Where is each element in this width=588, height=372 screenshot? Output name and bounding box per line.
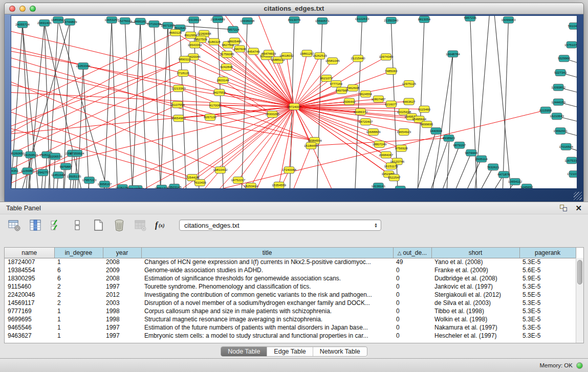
- network-node[interactable]: 9699695: [421, 121, 433, 128]
- network-node[interactable]: 19810432: [213, 167, 228, 173]
- network-node[interactable]: 10653257: [104, 16, 119, 23]
- network-node[interactable]: 8186328: [208, 38, 221, 45]
- network-node[interactable]: 20691406: [37, 19, 52, 26]
- cell-name[interactable]: 9777169: [5, 307, 54, 315]
- cell-in_degree[interactable]: 1: [54, 332, 103, 340]
- cell-out_degree[interactable]: 0: [393, 307, 431, 315]
- network-node[interactable]: 16648784: [446, 51, 460, 57]
- cell-pagerank[interactable]: 5.3E-5: [519, 307, 576, 315]
- network-node[interactable]: 8267130: [204, 114, 216, 121]
- network-node[interactable]: 7632621: [487, 164, 499, 170]
- network-node[interactable]: 8313074: [288, 16, 301, 23]
- network-node[interactable]: 15590571: [315, 17, 330, 24]
- network-node[interactable]: 12213363: [171, 85, 186, 92]
- network-canvas[interactable]: 2405572420691406168595011374480910653257…: [11, 16, 577, 188]
- network-node[interactable]: 8454749: [247, 48, 260, 55]
- network-node[interactable]: 15692931: [553, 128, 568, 135]
- network-node[interactable]: 31756085: [220, 51, 234, 58]
- network-node[interactable]: 16210643: [550, 113, 564, 120]
- column-header-short[interactable]: short: [431, 248, 519, 258]
- tab-edge-table[interactable]: Edge Table: [267, 347, 313, 356]
- cell-short[interactable]: Dudbridge et al. (2008): [431, 274, 519, 282]
- network-node[interactable]: 1733426: [394, 186, 407, 188]
- cell-title[interactable]: Tourette syndrome. Phenomenology and cla…: [141, 282, 393, 291]
- cell-name[interactable]: 22420046: [5, 291, 54, 299]
- table-row[interactable]: 2242004622012Investigating the contribut…: [5, 291, 576, 299]
- cell-year[interactable]: 1998: [103, 307, 141, 315]
- column-header-name[interactable]: name: [5, 248, 54, 258]
- network-node[interactable]: 7485063: [385, 68, 398, 75]
- column-visibility-icon[interactable]: [28, 218, 42, 232]
- network-node[interactable]: 2936442: [343, 98, 356, 105]
- network-node[interactable]: 2718126: [177, 70, 190, 77]
- cell-title[interactable]: Embryonic stem cells: a model to study s…: [141, 332, 393, 340]
- network-node[interactable]: 19102633: [355, 16, 369, 22]
- network-node[interactable]: 21064889: [211, 16, 225, 23]
- tab-network-table[interactable]: Network Table: [313, 347, 367, 356]
- column-header-out_degree[interactable]: △out_de...: [393, 248, 431, 258]
- cell-year[interactable]: 1998: [103, 315, 141, 323]
- network-node[interactable]: 21053346: [76, 63, 91, 70]
- delete-table-icon[interactable]: [112, 218, 126, 232]
- cell-title[interactable]: Investigating the contribution of common…: [141, 291, 393, 299]
- network-node[interactable]: 10654112: [508, 179, 522, 185]
- cell-title[interactable]: Genome-wide association studies in ADHD.: [141, 266, 393, 274]
- network-node[interactable]: 15184456: [304, 142, 318, 149]
- cell-out_degree[interactable]: 0: [393, 323, 431, 332]
- close-panel-icon[interactable]: ✕: [575, 205, 582, 212]
- network-node[interactable]: 14752217: [231, 177, 245, 184]
- network-node[interactable]: 1440934: [430, 128, 443, 135]
- cell-in_degree[interactable]: 2: [54, 291, 103, 299]
- network-node[interactable]: 15474609: [262, 50, 276, 57]
- cell-year[interactable]: 2008: [103, 274, 141, 282]
- table-row[interactable]: 1456911722003Disruption of a novel membe…: [5, 299, 576, 307]
- cell-pagerank[interactable]: 5.3E-5: [519, 299, 576, 307]
- network-node[interactable]: 18605466: [227, 38, 242, 45]
- network-node[interactable]: 16262519: [313, 53, 327, 59]
- cell-out_degree[interactable]: 0: [393, 274, 431, 282]
- cell-in_degree[interactable]: 6: [54, 266, 103, 274]
- network-node[interactable]: 16151172: [384, 163, 399, 169]
- cell-pagerank[interactable]: 5.3E-5: [519, 315, 576, 323]
- cell-year[interactable]: 1997: [103, 332, 141, 340]
- network-node[interactable]: 9474444: [465, 149, 478, 156]
- network-node[interactable]: 19654923: [397, 129, 411, 136]
- cell-short[interactable]: Jankovic et al. (1997): [431, 282, 519, 291]
- cell-year[interactable]: 1997: [103, 282, 141, 291]
- network-node[interactable]: 14136141: [371, 183, 385, 188]
- cell-in_degree[interactable]: 1: [54, 315, 103, 323]
- cell-name[interactable]: 18300295: [5, 274, 54, 282]
- table-row[interactable]: 946554611997Estimation of the future num…: [5, 323, 576, 332]
- cell-out_degree[interactable]: 49: [393, 258, 431, 266]
- cell-out_degree[interactable]: 0: [393, 291, 431, 299]
- cell-name[interactable]: 9699695: [5, 315, 54, 323]
- network-node[interactable]: 11156869: [20, 168, 34, 174]
- cell-pagerank[interactable]: 5.3E-5: [519, 332, 576, 340]
- cell-pagerank[interactable]: 5.3E-5: [519, 323, 576, 332]
- table-row[interactable]: 977716911998Corpus callosum shape and si…: [5, 307, 576, 315]
- network-node[interactable]: 24150814: [24, 151, 38, 158]
- network-node[interactable]: 2522547: [388, 174, 401, 181]
- table-row[interactable]: 969969511998Structural magnetic resonanc…: [5, 315, 576, 323]
- network-node[interactable]: 15751074: [564, 41, 577, 48]
- network-node[interactable]: 8427552: [213, 89, 226, 96]
- network-node[interactable]: 7462608: [346, 84, 359, 91]
- cell-short[interactable]: Stergiakouli et al. (2012): [431, 291, 519, 299]
- cell-out_degree[interactable]: 0: [393, 332, 431, 340]
- column-header-pagerank[interactable]: pagerank: [519, 248, 576, 258]
- network-node[interactable]: 10807487: [371, 96, 385, 102]
- network-node[interactable]: 8466160: [134, 18, 147, 25]
- cell-title[interactable]: Structural magnetic resonance image aver…: [141, 315, 393, 323]
- network-node[interactable]: 8471876: [497, 171, 510, 178]
- column-header-in_degree[interactable]: in_degree: [54, 248, 103, 258]
- network-node[interactable]: 19654963: [171, 115, 186, 122]
- cell-pagerank[interactable]: 5.5E-5: [519, 291, 576, 299]
- network-node[interactable]: 25260650: [11, 150, 25, 157]
- network-node[interactable]: 15354559: [272, 182, 286, 188]
- network-node[interactable]: 17359924: [70, 150, 84, 157]
- cell-title[interactable]: Estimation of significance thresholds fo…: [141, 274, 393, 282]
- cell-short[interactable]: Wolkin et al. (1998): [431, 315, 519, 323]
- cell-in_degree[interactable]: 1: [54, 307, 103, 315]
- network-node[interactable]: 21215440: [351, 55, 365, 62]
- network-node[interactable]: 9890112: [179, 56, 191, 63]
